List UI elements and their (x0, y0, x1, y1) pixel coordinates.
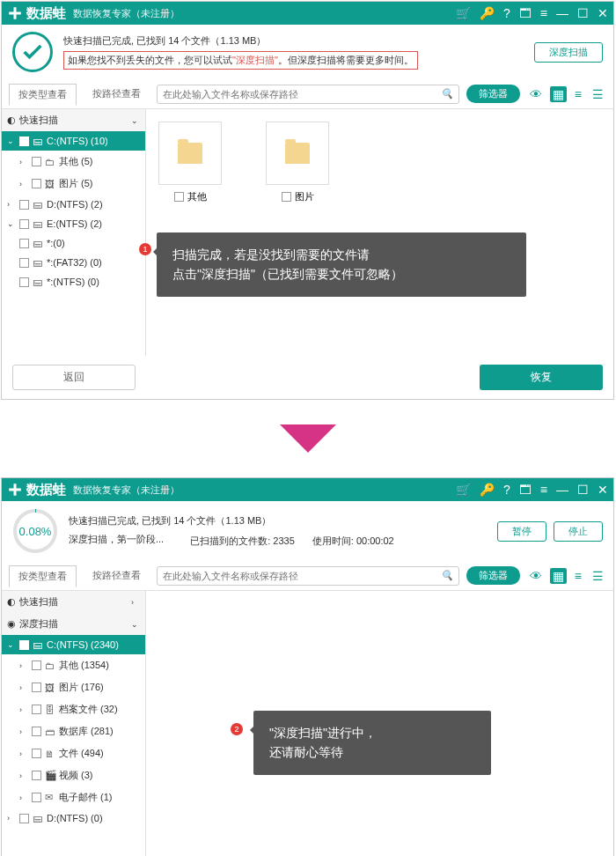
checkbox[interactable] (19, 219, 29, 229)
tree-quick-scan[interactable]: ◐快速扫描› (2, 591, 145, 613)
menu-icon[interactable]: ≡ (540, 483, 547, 497)
filter-button[interactable]: 筛选器 (466, 566, 520, 585)
checkbox[interactable] (19, 239, 29, 248)
chevron-right-icon: › (19, 661, 28, 670)
chevron-right-icon: › (19, 727, 28, 736)
checkbox[interactable] (32, 705, 41, 714)
search-box[interactable]: 🔍 (157, 566, 459, 586)
arrow-down-icon (280, 424, 336, 453)
drive-icon: 🖴 (33, 257, 43, 268)
chevron-right-icon: › (19, 749, 28, 758)
tree-c-drive[interactable]: ⌄🖴C:(NTFS) (2340) (2, 635, 145, 654)
list-view-icon[interactable]: ≡ (572, 86, 584, 102)
checkbox[interactable] (19, 277, 29, 287)
grid-view-icon[interactable]: ▦ (550, 568, 567, 584)
sidebar: ◐快速扫描⌄ ⌄🖴C:(NTFS) (10) ›🗀其他 (5) ›🖼图片 (5)… (2, 109, 146, 356)
menu-icon[interactable]: ≡ (540, 6, 547, 20)
drive-icon: 🖴 (33, 639, 43, 650)
tree-c-other[interactable]: ›🗀其他 (5) (2, 151, 145, 173)
checkbox[interactable] (32, 157, 41, 166)
help-icon[interactable]: ? (503, 6, 510, 20)
list-view-icon[interactable]: ≡ (572, 568, 584, 584)
checkbox[interactable] (32, 727, 41, 736)
checkbox[interactable] (19, 640, 29, 650)
checkbox[interactable] (32, 771, 41, 780)
folder-tile-pic[interactable]: 图片 (266, 122, 329, 203)
tree-d-drive[interactable]: ›🖴D:(NTFS) (2) (2, 195, 145, 214)
email-icon: ✉ (45, 792, 55, 803)
tree-c-pic[interactable]: ›🖼图片 (5) (2, 173, 145, 195)
search-icon[interactable]: 🔍 (441, 570, 453, 581)
tree-d-drive[interactable]: ›🖴D:(NTFS) (0) (2, 808, 145, 828)
detail-view-icon[interactable]: ☰ (590, 86, 606, 102)
checkbox[interactable] (32, 793, 41, 802)
filter-button[interactable]: 筛选器 (466, 85, 520, 103)
tree-quick-scan[interactable]: ◐快速扫描⌄ (2, 109, 145, 131)
search-input[interactable] (163, 571, 441, 581)
checkbox[interactable] (19, 137, 29, 146)
maximize-icon[interactable]: ☐ (577, 6, 589, 20)
checkbox[interactable] (19, 200, 29, 210)
content-area: 其他 图片 1 扫描完成，若是没找到需要的文件请 点击"深度扫描"（已找到需要文… (146, 109, 613, 356)
document-icon: 🗎 (45, 749, 55, 759)
checkbox[interactable] (32, 749, 41, 758)
close-icon[interactable]: ✕ (598, 483, 608, 497)
tree-c-other[interactable]: ›🗀其他 (1354) (2, 654, 145, 676)
key-icon[interactable]: 🔑 (480, 6, 495, 20)
checkbox[interactable] (32, 683, 41, 692)
detail-view-icon[interactable]: ☰ (590, 568, 606, 584)
preview-icon[interactable]: 👁 (527, 86, 545, 102)
stop-button[interactable]: 停止 (554, 521, 603, 542)
deep-scan-button[interactable]: 深度扫描 (534, 42, 603, 63)
tree-star0[interactable]: 🖴*:(0) (2, 233, 145, 253)
deep-scan-link[interactable]: "深度扫描" (232, 55, 278, 65)
folder-tile-other[interactable]: 其他 (158, 122, 222, 203)
checkbox[interactable] (174, 192, 184, 202)
tree-star-ntfs[interactable]: 🖴*:(NTFS) (0) (2, 272, 145, 291)
back-button[interactable]: 返回 (12, 365, 136, 390)
tree-c-database[interactable]: ›🗃数据库 (281) (2, 720, 145, 742)
checkbox[interactable] (282, 192, 291, 202)
cart-icon[interactable]: 🛒 (456, 483, 471, 497)
tree-star-fat[interactable]: 🖴*:(FAT32) (0) (2, 253, 145, 272)
scan-status-line1: 快速扫描已完成, 已找到 14 个文件（1.13 MB） (63, 34, 524, 48)
scan-stage: 深度扫描，第一阶段... (69, 533, 164, 546)
tree-c-document[interactable]: ›🗎文件 (494) (2, 742, 145, 764)
checkbox[interactable] (32, 660, 41, 670)
minimize-icon[interactable]: — (556, 483, 568, 497)
app-logo-icon (7, 482, 23, 498)
footer: 返回 恢复 (2, 356, 613, 399)
save-icon[interactable]: 🗔 (519, 483, 532, 497)
maximize-icon[interactable]: ☐ (577, 483, 589, 497)
checkbox[interactable] (19, 258, 29, 268)
checkbox[interactable] (32, 179, 41, 188)
checkbox[interactable] (19, 814, 29, 823)
tree-c-pic[interactable]: ›🖼图片 (176) (2, 676, 145, 698)
search-input[interactable] (163, 89, 441, 100)
tree-deep-scan[interactable]: ◉深度扫描⌄ (2, 613, 145, 635)
key-icon[interactable]: 🔑 (480, 483, 495, 497)
scan-status-line1: 快速扫描已完成, 已找到 14 个文件（1.13 MB） (69, 514, 487, 528)
search-box[interactable]: 🔍 (157, 85, 459, 104)
tab-by-type[interactable]: 按类型查看 (9, 84, 77, 106)
cart-icon[interactable]: 🛒 (456, 6, 471, 20)
tree-c-drive[interactable]: ⌄🖴C:(NTFS) (10) (2, 131, 145, 151)
tab-by-path[interactable]: 按路径查看 (84, 565, 150, 586)
close-icon[interactable]: ✕ (598, 6, 608, 20)
recover-button[interactable]: 恢复 (480, 365, 603, 390)
search-icon[interactable]: 🔍 (441, 88, 453, 100)
save-icon[interactable]: 🗔 (519, 6, 532, 20)
tree-c-video[interactable]: ›🎬视频 (3) (2, 764, 145, 786)
tab-by-type[interactable]: 按类型查看 (9, 565, 77, 587)
minimize-icon[interactable]: — (556, 6, 568, 20)
preview-icon[interactable]: 👁 (527, 568, 545, 584)
drive-icon: 🖴 (33, 277, 43, 287)
recovery-window-1: 数据蛙 数据恢复专家（未注册） 🛒 🔑 ? 🗔 ≡ — ☐ ✕ 快速扫描已完成,… (1, 1, 614, 400)
tree-c-email[interactable]: ›✉电子邮件 (1) (2, 786, 145, 808)
grid-view-icon[interactable]: ▦ (550, 86, 567, 102)
tab-by-path[interactable]: 按路径查看 (84, 84, 150, 104)
help-icon[interactable]: ? (503, 483, 510, 497)
tree-e-drive[interactable]: ⌄🖴E:(NTFS) (2) (2, 214, 145, 233)
pause-button[interactable]: 暂停 (497, 521, 546, 542)
tree-c-archive[interactable]: ›🗄档案文件 (32) (2, 698, 145, 720)
